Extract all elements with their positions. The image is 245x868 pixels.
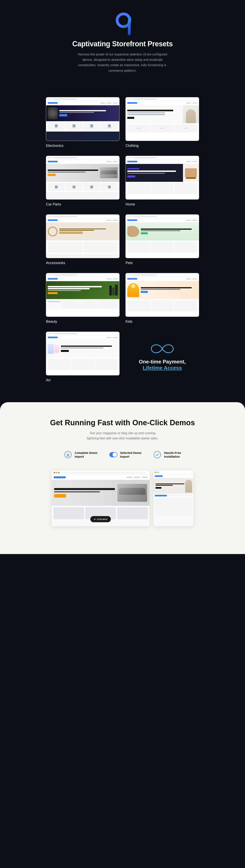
product-card xyxy=(61,300,80,308)
dog-silhouette xyxy=(127,226,139,237)
demo-item-carparts[interactable]: Car Parts xyxy=(46,156,120,207)
person-silhouette xyxy=(186,109,196,123)
demo-card-clothing[interactable] xyxy=(125,97,199,141)
hero-number-graphic xyxy=(113,12,132,36)
dot2 xyxy=(129,99,130,99)
preview-topbar xyxy=(52,471,150,475)
product-card xyxy=(71,359,94,370)
demo-card-kids[interactable] xyxy=(125,273,199,317)
mock-nav xyxy=(46,101,119,105)
demo-row-3: Accessories xyxy=(12,214,233,265)
infinity-line2: Lifetime Access xyxy=(139,365,186,371)
furniture-block xyxy=(185,168,197,177)
nav-link xyxy=(186,278,191,279)
demo-item-kids[interactable]: Kids xyxy=(125,273,199,324)
demo-label-accessories: Accessories xyxy=(46,261,65,265)
demo-item-pets[interactable]: Pets xyxy=(125,214,199,265)
dot3 xyxy=(51,216,52,217)
url-bar xyxy=(53,157,77,158)
small-dot-red xyxy=(155,472,156,473)
url-bar xyxy=(133,157,157,158)
demo-item-accessories[interactable]: Accessories xyxy=(46,214,120,265)
dot2 xyxy=(49,157,50,158)
small-nav xyxy=(154,474,193,478)
product-mini xyxy=(174,507,192,516)
dot1 xyxy=(127,157,128,158)
beauty-bottles xyxy=(110,285,118,296)
small-preview-clothing[interactable] xyxy=(154,471,193,526)
dot2 xyxy=(129,274,130,275)
demo-card-beauty[interactable] xyxy=(46,273,120,317)
demo-card-electronics[interactable] xyxy=(46,97,120,141)
product-card xyxy=(99,300,118,308)
feature-selected-demo-label: Selected DemoImport xyxy=(120,451,142,459)
demo-preview-area: Activated xyxy=(40,471,205,542)
demo-item-clothing[interactable]: Clothing xyxy=(125,97,199,148)
demo-item-art[interactable]: Art xyxy=(46,332,120,382)
dot3 xyxy=(51,333,52,334)
small-dot-green xyxy=(158,472,159,473)
filter-tab[interactable] xyxy=(167,495,180,496)
demo-item-electronics[interactable]: Electronics xyxy=(46,97,120,148)
product-mini xyxy=(174,498,192,507)
dot1 xyxy=(127,274,128,275)
nav-logo xyxy=(48,278,58,280)
demo-label-beauty: Beauty xyxy=(46,319,57,323)
nav-logo xyxy=(127,219,137,221)
demo-label-carparts: Car Parts xyxy=(46,202,61,206)
preview-dot-red xyxy=(54,472,55,473)
features-row: Complete DemoImport Selected DemoImport xyxy=(40,451,205,459)
preview-nav-link xyxy=(126,477,132,478)
url-bar xyxy=(53,98,77,100)
nav-link xyxy=(192,161,197,162)
preview-url-bar xyxy=(62,472,146,474)
small-person-silhouette xyxy=(185,480,192,493)
nav-links xyxy=(100,102,118,103)
url-bar xyxy=(133,274,157,276)
dot1 xyxy=(48,157,49,158)
dot3 xyxy=(130,99,131,99)
nav-link xyxy=(113,220,118,221)
demo-card-carparts[interactable] xyxy=(46,156,120,199)
url-bar xyxy=(53,274,77,276)
url-bar xyxy=(133,216,157,217)
hero-text xyxy=(59,110,118,117)
demo-card-art[interactable] xyxy=(46,332,120,375)
preview-nav xyxy=(52,475,150,480)
filter-tab[interactable] xyxy=(180,495,192,496)
car-image xyxy=(100,167,118,178)
product-card xyxy=(83,242,118,253)
nav-link xyxy=(186,220,191,221)
demo-card-home[interactable] xyxy=(125,156,199,199)
large-car-hero xyxy=(52,480,150,506)
demo-label-electronics: Electronics xyxy=(46,144,63,148)
nav-link xyxy=(106,220,112,221)
activated-dot xyxy=(94,519,95,520)
bottle-3 xyxy=(115,285,118,296)
preview-nav-link xyxy=(134,477,140,478)
feature-selected-demo: Selected DemoImport xyxy=(110,451,142,459)
art-images xyxy=(48,344,59,354)
demo-card-accessories[interactable] xyxy=(46,214,120,258)
demo-item-home[interactable]: Home xyxy=(125,156,199,207)
feature-complete-demo: Complete DemoImport xyxy=(64,451,97,459)
bottle-2 xyxy=(112,287,114,296)
hero-title: Captivating Storefront Presets xyxy=(40,40,205,48)
product-card xyxy=(80,300,99,308)
filter-tab-active[interactable] xyxy=(155,495,167,496)
preview-card-carparts[interactable]: Activated xyxy=(52,471,150,526)
demo-card-pets[interactable] xyxy=(125,214,199,258)
toggle-icon xyxy=(110,451,117,459)
filter-row xyxy=(154,494,193,497)
feature-selected-demo-text: Selected DemoImport xyxy=(120,451,142,459)
preview-dot-yellow xyxy=(56,472,57,473)
demo-item-beauty[interactable]: Beauty xyxy=(46,273,120,324)
dot1 xyxy=(48,274,49,275)
activated-text: Activated xyxy=(97,518,107,521)
small-logo xyxy=(155,475,163,477)
dot3 xyxy=(130,157,131,158)
demo-label-kids: Kids xyxy=(125,319,132,323)
small-dot-yellow xyxy=(156,472,157,473)
nav-link xyxy=(186,102,191,103)
feature-hasslefree-text: Hassle-FreeInstallation xyxy=(164,451,181,459)
